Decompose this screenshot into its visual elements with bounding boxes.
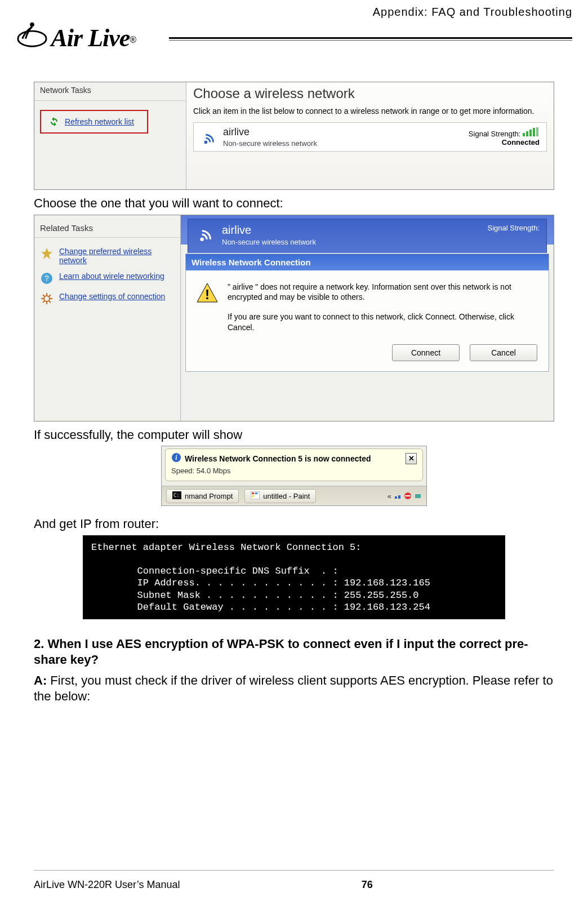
svg-rect-26 (415, 494, 421, 498)
manual-title: AirLive WN-220R User’s Manual (34, 879, 180, 891)
svg-rect-21 (255, 492, 257, 494)
balloon-close-button[interactable]: ✕ (406, 453, 417, 464)
body-text-1: Choose the one that you will want to con… (34, 196, 554, 211)
selected-ssid: airlive (222, 224, 316, 237)
footer-divider (34, 870, 554, 871)
faq-answer-2: A: First, you must check if the driver o… (34, 673, 554, 704)
choose-network-title: Choose a wireless network (193, 86, 547, 101)
task-link-row: Change settings of connection (40, 292, 175, 305)
svg-point-1 (30, 23, 34, 27)
dialog-text: " airlive " does not require a network k… (228, 282, 538, 334)
section-title: Appendix: FAQ and Troubleshooting (373, 6, 572, 19)
screenshot-balloon: i Wireless Network Connection 5 is now c… (161, 446, 427, 506)
network-ssid: airlive (223, 126, 317, 138)
warning-icon: ! (196, 282, 219, 304)
screenshot-ipconfig: Ethernet adapter Wireless Network Connec… (83, 535, 505, 620)
tray-misc-icon[interactable] (414, 492, 422, 500)
page-footer: AirLive WN-220R User’s Manual 76 (34, 879, 554, 891)
connect-button[interactable]: Connect (392, 344, 460, 361)
screenshot-choose-network: Network Tasks Refresh network list Choos… (34, 82, 554, 190)
svg-rect-22 (252, 495, 254, 497)
learn-wireless-link[interactable]: Learn about wirele networking (59, 272, 164, 281)
related-tasks-title: Related Tasks (40, 223, 175, 233)
network-list-item[interactable]: airlive Non-secure wireless network Sign… (193, 122, 547, 152)
content: Network Tasks Refresh network list Choos… (34, 0, 554, 704)
cmd-line-1: Ethernet adapter Wireless Network Connec… (91, 542, 361, 553)
choose-network-panel: Choose a wireless network Click an item … (186, 82, 554, 189)
answer-text: First, you must check if the driver of w… (34, 673, 553, 703)
dialog-text-2: If you are sure you want to connect to t… (228, 312, 538, 333)
right-panel: airlive Non-secure wireless network Sign… (181, 215, 554, 421)
faq-question-2: 2. When I use AES encryption of WPA-PSK … (34, 636, 554, 667)
cmd-icon: C: (172, 491, 181, 501)
svg-rect-5 (529, 130, 532, 136)
change-settings-link[interactable]: Change settings of connection (59, 292, 165, 301)
svg-rect-7 (536, 127, 538, 136)
logo-swoosh-icon (16, 17, 48, 50)
divider (34, 100, 186, 101)
refresh-highlight-box: Refresh network list (40, 110, 148, 134)
refresh-icon (49, 117, 59, 127)
taskbar-item[interactable]: C: nmand Prompt (166, 489, 239, 503)
svg-rect-25 (405, 495, 411, 496)
screenshot-connect-dialog: Related Tasks Change preferred wireless … (34, 215, 554, 421)
wireless-beacon-icon (196, 224, 215, 243)
page-number: 76 (362, 879, 373, 891)
connected-label: Connected (469, 138, 540, 147)
selected-network-text: airlive Non-secure wireless network (222, 224, 316, 246)
change-preferred-link[interactable]: Change preferred wireless network (59, 247, 175, 265)
network-item-text: airlive Non-secure wireless network (223, 126, 317, 148)
taskbar-item-label: nmand Prompt (185, 492, 233, 500)
cmd-line-3: IP Address. . . . . . . . . . . . : 192.… (91, 578, 430, 588)
refresh-network-list-link[interactable]: Refresh network list (65, 117, 134, 126)
selected-security: Non-secure wireless network (222, 238, 316, 246)
divider (34, 237, 180, 238)
paint-icon (251, 491, 260, 501)
balloon-title: Wireless Network Connection 5 is now con… (185, 454, 371, 463)
cmd-line-4: Subnet Mask . . . . . . . . . . . : 255.… (91, 590, 419, 601)
brand-logo: Air Live® (16, 17, 162, 52)
settings-gear-icon (40, 292, 54, 305)
dialog-body: ! " airlive " does not require a network… (186, 270, 549, 345)
notification-balloon: i Wireless Network Connection 5 is now c… (165, 449, 423, 481)
dialog-titlebar: Wireless Network Connection (186, 254, 549, 270)
related-tasks-panel: Related Tasks Change preferred wireless … (34, 215, 181, 421)
network-tasks-panel: Network Tasks Refresh network list (34, 82, 186, 189)
info-icon: i (171, 452, 181, 464)
wireless-beacon-icon (201, 128, 217, 145)
taskbar-item-label: untitled - Paint (263, 492, 310, 500)
tray-alert-icon[interactable] (404, 492, 412, 500)
tray-expand-icon[interactable]: « (387, 492, 391, 500)
signal-strength-icon (523, 130, 540, 138)
answer-label: A: (34, 673, 47, 687)
taskbar-item[interactable]: untitled - Paint (244, 489, 316, 503)
brand-text: Air Live (51, 24, 130, 52)
page: Appendix: FAQ and Troubleshooting Air Li… (0, 0, 588, 910)
svg-rect-4 (526, 131, 528, 136)
svg-point-11 (44, 296, 50, 301)
svg-point-12 (200, 237, 203, 241)
balloon-speed: Speed: 54.0 Mbps (171, 467, 417, 475)
confirm-dialog: Wireless Network Connection ! " airlive … (185, 254, 549, 372)
balloon-title-row: i Wireless Network Connection 5 is now c… (171, 452, 417, 464)
choose-network-subtitle: Click an item in the list below to conne… (193, 106, 547, 117)
network-status: Signal Strength: (469, 127, 540, 147)
taskbar: C: nmand Prompt untitled - Paint « (162, 486, 426, 505)
network-security: Non-secure wireless network (223, 139, 317, 148)
task-link-row: ? Learn about wirele networking (40, 272, 175, 285)
cmd-line-2: Connection-specific DNS Suffix . : (91, 566, 338, 576)
task-link-row: Change preferred wireless network (40, 247, 175, 265)
svg-rect-6 (533, 128, 535, 136)
header-divider (169, 37, 572, 54)
svg-marker-8 (41, 248, 52, 259)
tray-network-icon[interactable] (394, 492, 402, 500)
cancel-button[interactable]: Cancel (470, 344, 537, 361)
cmd-line-5: Default Gateway . . . . . . . . . : 192.… (91, 602, 430, 612)
body-text-3: And get IP from router: (34, 516, 554, 532)
registered-icon: ® (130, 35, 136, 45)
svg-point-0 (18, 31, 46, 46)
network-tasks-title: Network Tasks (40, 86, 180, 95)
signal-label: Signal Strength: (469, 130, 521, 138)
svg-point-2 (204, 140, 208, 144)
star-preferred-icon (40, 247, 54, 260)
